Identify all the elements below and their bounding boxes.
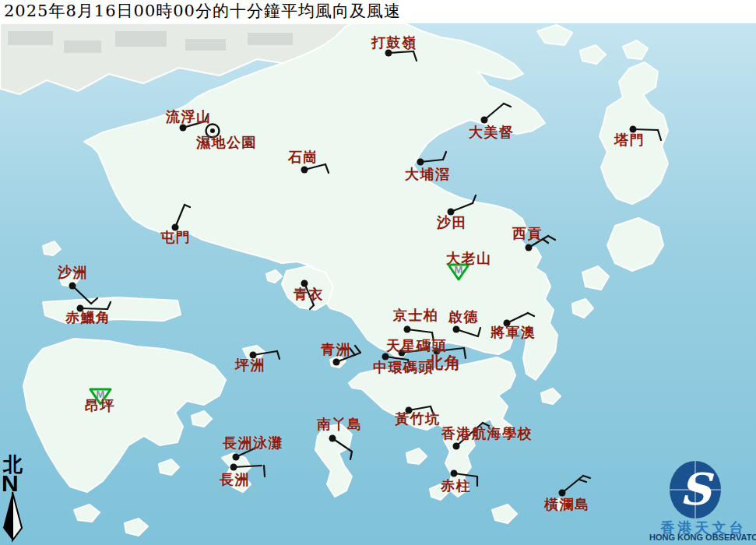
map-title: 2025年8月16日00時00分的十分鐘平均風向及風速 (0, 0, 756, 23)
north-arrow-icon (0, 452, 31, 545)
north-indicator: 北 N (0, 452, 31, 545)
hong-kong-base-map (0, 0, 756, 545)
wind-map-screen: 2025年8月16日00時00分的十分鐘平均風向及風速 MM 打鼓嶺流浮山濕地公… (0, 0, 756, 545)
hko-logo: S 香港天文台 HONG KONG OBSERVATORY (651, 458, 756, 545)
hko-logo-english-text: HONG KONG OBSERVATORY (649, 533, 756, 542)
svg-text:S: S (680, 463, 715, 515)
